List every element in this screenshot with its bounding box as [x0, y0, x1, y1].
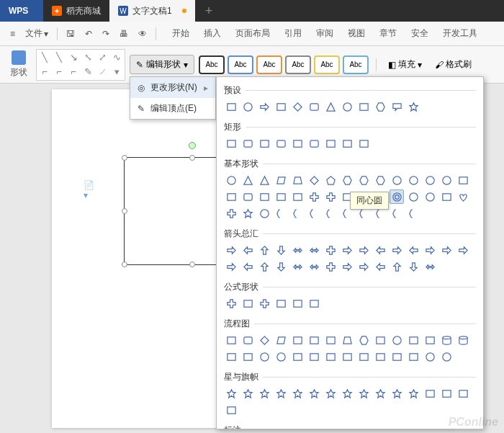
menu-view[interactable]: 视图 — [342, 23, 371, 44]
shape-stars-2[interactable] — [257, 386, 271, 401]
save-icon[interactable]: 🖫 — [62, 26, 79, 42]
shape-rect-5[interactable] — [307, 136, 321, 151]
handle-tl[interactable] — [122, 155, 127, 161]
preset-3[interactable]: Abc — [256, 55, 282, 74]
shape-arrows-13[interactable] — [439, 243, 454, 257]
shape-preset-7[interactable] — [340, 99, 354, 114]
edit-vertex-item[interactable]: ✎ 编辑顶点(E) — [130, 98, 215, 119]
shape-flow-17[interactable] — [257, 349, 271, 364]
shape-flow-13[interactable] — [439, 333, 454, 347]
shape-formula-2[interactable] — [257, 296, 271, 311]
shape-formula-0[interactable] — [224, 296, 238, 311]
shape-arrows-7[interactable] — [340, 243, 354, 257]
shape-basic-25[interactable] — [390, 189, 404, 204]
shape-stars-11[interactable] — [406, 386, 420, 401]
shape-flow-26[interactable] — [406, 349, 420, 364]
menu-layout[interactable]: 页面布局 — [230, 23, 276, 44]
shape-rect-0[interactable] — [224, 136, 238, 151]
shape-flow-25[interactable] — [390, 349, 404, 364]
shape-flow-3[interactable] — [274, 333, 288, 347]
shape-preset-10[interactable] — [390, 99, 404, 114]
shape-rect-6[interactable] — [323, 136, 338, 151]
shape-flow-15[interactable] — [224, 349, 238, 364]
handle-ml[interactable] — [122, 208, 127, 214]
shape-flow-8[interactable] — [356, 333, 371, 347]
shape-arrows-1[interactable] — [240, 243, 255, 257]
preview-icon[interactable]: 👁 — [134, 26, 151, 42]
shape-rect-1[interactable] — [240, 136, 255, 151]
shape-arrows-22[interactable] — [340, 259, 354, 274]
tab-store[interactable]: ✦稻壳商城 — [43, 0, 109, 22]
shape-basic-33[interactable] — [274, 206, 288, 220]
print-icon[interactable]: 🖶 — [115, 26, 132, 42]
menu-insert[interactable]: 插入 — [198, 23, 227, 44]
preset-1[interactable]: Abc — [199, 55, 225, 74]
shape-arrows-20[interactable] — [307, 259, 321, 274]
undo-icon[interactable]: ↶ — [81, 26, 96, 42]
shape-flow-19[interactable] — [290, 349, 305, 364]
shape-stars-1[interactable] — [240, 386, 255, 401]
change-shape-item[interactable]: ◎ 更改形状(N)▸ — [130, 77, 215, 98]
shape-basic-6[interactable] — [323, 173, 338, 187]
shape-stars-9[interactable] — [373, 386, 387, 401]
shape-basic-28[interactable] — [439, 189, 454, 204]
shape-basic-36[interactable] — [323, 206, 338, 220]
shape-basic-12[interactable] — [423, 173, 437, 187]
shape-arrows-23[interactable] — [356, 259, 371, 274]
redo-icon[interactable]: ↷ — [98, 26, 114, 42]
tab-document[interactable]: W文字文稿1 — [109, 0, 195, 22]
shape-arrows-5[interactable] — [307, 243, 321, 257]
shape-formula-1[interactable] — [240, 296, 255, 311]
shape-basic-31[interactable] — [240, 206, 255, 220]
shape-basic-16[interactable] — [240, 189, 255, 204]
format-painter-button[interactable]: 🖌 格式刷 — [431, 55, 476, 73]
shape-stars-4[interactable] — [290, 386, 305, 401]
shape-basic-10[interactable] — [390, 173, 404, 187]
shape-arrows-18[interactable] — [274, 259, 288, 274]
shape-basic-14[interactable] — [456, 173, 470, 187]
tab-new[interactable]: + — [195, 0, 223, 22]
preset-4[interactable]: Abc — [285, 55, 311, 74]
shape-rect-8[interactable] — [356, 136, 371, 151]
shape-preset-6[interactable] — [323, 99, 338, 114]
rotate-handle[interactable] — [189, 142, 196, 149]
shape-arrows-17[interactable] — [257, 259, 271, 274]
shape-flow-21[interactable] — [323, 349, 338, 364]
menu-security[interactable]: 安全 — [405, 23, 434, 44]
shape-formula-4[interactable] — [290, 296, 305, 311]
shape-preset-3[interactable] — [274, 99, 288, 114]
shape-basic-2[interactable] — [257, 173, 271, 187]
shape-flow-14[interactable] — [456, 333, 470, 347]
shape-arrows-12[interactable] — [423, 243, 437, 257]
shape-stars-15[interactable] — [224, 403, 238, 417]
shape-basic-9[interactable] — [373, 173, 387, 187]
shape-stars-0[interactable] — [224, 386, 238, 401]
shape-flow-7[interactable] — [340, 333, 354, 347]
shape-stars-12[interactable] — [423, 386, 437, 401]
file-menu[interactable]: 文件 ▾ — [21, 24, 53, 43]
shape-arrows-26[interactable] — [406, 259, 420, 274]
shape-basic-13[interactable] — [439, 173, 454, 187]
shape-flow-20[interactable] — [307, 349, 321, 364]
shape-arrows-10[interactable] — [390, 243, 404, 257]
shape-stars-14[interactable] — [456, 386, 470, 401]
shape-basic-26[interactable] — [406, 189, 420, 204]
shape-preset-9[interactable] — [373, 99, 387, 114]
shape-preset-0[interactable] — [224, 99, 238, 114]
shape-flow-24[interactable] — [373, 349, 387, 364]
fill-button[interactable]: ◧ 填充 ▾ — [384, 55, 426, 73]
shape-arrows-15[interactable] — [224, 259, 238, 274]
shape-preset-1[interactable] — [240, 99, 255, 114]
shape-flow-16[interactable] — [240, 349, 255, 364]
menu-ref[interactable]: 引用 — [279, 23, 307, 44]
shape-arrows-0[interactable] — [224, 243, 238, 257]
shape-arrows-8[interactable] — [356, 243, 371, 257]
shape-flow-12[interactable] — [423, 333, 437, 347]
app-menu-icon[interactable]: ≡ — [6, 26, 19, 42]
shape-preset-8[interactable] — [356, 99, 371, 114]
paragraph-icon[interactable]: 📄▾ — [84, 180, 98, 192]
edit-shape-button[interactable]: ✎ 编辑形状 ▾ — [130, 55, 194, 74]
shape-basic-15[interactable] — [224, 189, 238, 204]
handle-tm[interactable] — [189, 155, 195, 161]
shape-rect-4[interactable] — [290, 136, 305, 151]
